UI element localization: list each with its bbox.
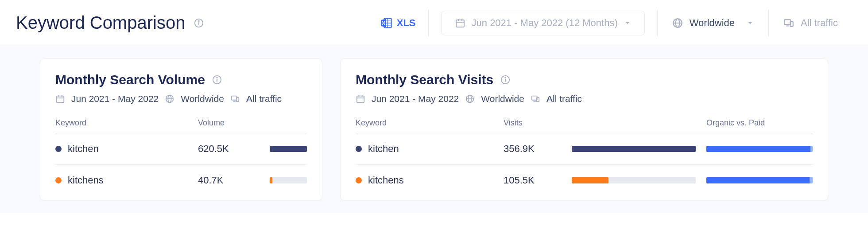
table-body: kitchen356.9Kkitchens105.5K bbox=[356, 133, 813, 196]
svg-rect-21 bbox=[57, 96, 64, 103]
globe-icon bbox=[465, 94, 475, 104]
svg-rect-30 bbox=[236, 97, 239, 101]
volume-bar bbox=[270, 146, 307, 152]
page-title: Keyword Comparison bbox=[16, 13, 204, 33]
info-icon[interactable] bbox=[194, 18, 204, 28]
table-body: kitchen620.5Kkitchens40.7K bbox=[55, 133, 307, 196]
table-header: Keyword Volume bbox=[55, 114, 307, 133]
chevron-down-icon bbox=[746, 19, 754, 27]
chevron-down-icon bbox=[624, 19, 631, 27]
visits-bar bbox=[572, 177, 696, 183]
svg-rect-17 bbox=[790, 21, 793, 26]
col-visits: Visits bbox=[504, 118, 561, 128]
meta-traffic: All traffic bbox=[246, 94, 282, 104]
organic-paid-bar bbox=[706, 177, 813, 183]
col-keyword: Keyword bbox=[356, 118, 493, 128]
series-dot bbox=[55, 177, 62, 183]
page-title-text: Keyword Comparison bbox=[16, 13, 185, 33]
page-header: Keyword Comparison XLS Jun 2021 - May 20… bbox=[0, 0, 868, 46]
meta-date: Jun 2021 - May 2022 bbox=[372, 94, 459, 104]
svg-point-20 bbox=[217, 78, 217, 78]
col-volume: Volume bbox=[198, 118, 264, 128]
card-meta: Jun 2021 - May 2022 Worldwide All traffi… bbox=[55, 94, 307, 104]
devices-icon bbox=[531, 94, 540, 104]
region-label: Worldwide bbox=[690, 17, 735, 29]
meta-region: Worldwide bbox=[481, 94, 524, 104]
card-title-text: Monthly Search Volume bbox=[55, 72, 205, 87]
globe-icon bbox=[672, 17, 683, 29]
col-split: Organic vs. Paid bbox=[706, 118, 813, 128]
download-xls-button[interactable]: XLS bbox=[368, 17, 428, 29]
visits-value: 105.5K bbox=[504, 175, 561, 186]
table-header: Keyword Visits Organic vs. Paid bbox=[356, 114, 813, 133]
svg-point-33 bbox=[505, 78, 505, 78]
traffic-label: All traffic bbox=[801, 17, 838, 29]
globe-icon bbox=[165, 94, 174, 104]
content-area: Monthly Search Volume Jun 2021 - May 202… bbox=[0, 46, 868, 213]
search-volume-card: Monthly Search Volume Jun 2021 - May 202… bbox=[40, 58, 322, 201]
search-visits-card: Monthly Search Visits Jun 2021 - May 202… bbox=[340, 58, 828, 201]
volume-value: 620.5K bbox=[198, 143, 264, 155]
region-selector[interactable]: Worldwide bbox=[658, 17, 768, 29]
keyword-text: kitchens bbox=[368, 175, 404, 186]
date-range-label: Jun 2021 - May 2022 (12 Months) bbox=[472, 17, 618, 29]
keyword-cell: kitchen bbox=[55, 143, 193, 155]
excel-icon bbox=[380, 17, 392, 29]
info-icon[interactable] bbox=[212, 75, 222, 85]
calendar-icon bbox=[356, 94, 365, 104]
keyword-cell: kitchens bbox=[356, 175, 493, 186]
table-row: kitchen620.5K bbox=[55, 133, 307, 165]
meta-region: Worldwide bbox=[181, 94, 224, 104]
series-dot bbox=[356, 177, 362, 183]
devices-icon bbox=[783, 17, 794, 29]
volume-bar bbox=[270, 177, 307, 183]
calendar-icon bbox=[55, 94, 65, 104]
organic-paid-bar bbox=[706, 146, 813, 152]
svg-point-2 bbox=[199, 20, 199, 21]
table-row: kitchen356.9K bbox=[356, 133, 813, 165]
keyword-text: kitchens bbox=[68, 175, 104, 186]
traffic-selector[interactable]: All traffic bbox=[769, 17, 852, 29]
table-row: kitchens40.7K bbox=[55, 165, 307, 196]
keyword-cell: kitchen bbox=[356, 143, 493, 155]
card-title: Monthly Search Volume bbox=[55, 72, 307, 87]
visits-value: 356.9K bbox=[504, 143, 561, 155]
card-title-text: Monthly Search Visits bbox=[356, 72, 493, 87]
xls-label: XLS bbox=[397, 17, 416, 29]
svg-rect-8 bbox=[456, 20, 464, 27]
svg-rect-34 bbox=[357, 96, 364, 103]
volume-value: 40.7K bbox=[198, 175, 264, 186]
svg-rect-43 bbox=[537, 97, 539, 101]
table-row: kitchens105.5K bbox=[356, 165, 813, 196]
series-dot bbox=[55, 146, 62, 152]
keyword-text: kitchen bbox=[368, 143, 399, 155]
series-dot bbox=[356, 146, 362, 152]
card-title: Monthly Search Visits bbox=[356, 72, 813, 87]
col-keyword: Keyword bbox=[55, 118, 193, 128]
info-icon[interactable] bbox=[500, 75, 510, 85]
keyword-cell: kitchens bbox=[55, 175, 193, 186]
divider bbox=[428, 10, 429, 36]
meta-traffic: All traffic bbox=[546, 94, 582, 104]
devices-icon bbox=[230, 94, 240, 104]
meta-date: Jun 2021 - May 2022 bbox=[71, 94, 159, 104]
keyword-text: kitchen bbox=[68, 143, 99, 155]
date-range-selector[interactable]: Jun 2021 - May 2022 (12 Months) bbox=[441, 11, 645, 35]
calendar-icon bbox=[455, 18, 465, 28]
visits-bar bbox=[572, 146, 696, 152]
card-meta: Jun 2021 - May 2022 Worldwide All traffi… bbox=[356, 94, 813, 104]
